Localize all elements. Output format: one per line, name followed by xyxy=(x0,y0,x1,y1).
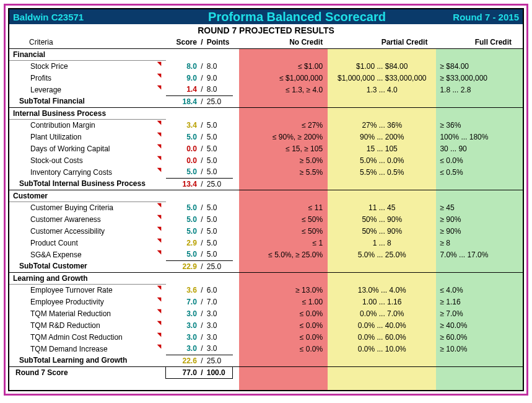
section-learning: Learning and Growth xyxy=(9,272,523,284)
row-leverage: Leverage 1.4 / 8.0 ≤ 1.3, ≥ 4.0 1.3 ... … xyxy=(9,84,523,95)
row-stockout: Stock-out Costs 0.0 / 5.0 ≥ 5.0% 5.0% ..… xyxy=(9,154,523,166)
subtitle: ROUND 7 PROJECTED RESULTS xyxy=(9,24,523,37)
full-credit-value: ≥ $84.00 xyxy=(436,60,523,72)
row-awareness: Customer Awareness 5.0 / 5.0 ≤ 50% 50% .… xyxy=(9,213,523,225)
header-full-credit: Full Credit xyxy=(436,37,523,48)
header-partial-credit: Partial Credit xyxy=(328,37,436,48)
row-plant-utilization: Plant Utilization 5.0 / 5.0 ≤ 90%, ≥ 200… xyxy=(9,131,523,143)
section-ibp: Internal Business Process xyxy=(9,107,523,119)
score-value: 8.0 xyxy=(166,60,198,72)
company-name: Baldwin C23571 xyxy=(13,12,168,22)
subtotal-ibp: SubTotal Internal Business Process 13.4 … xyxy=(9,178,523,190)
subtotal-customer: SubTotal Customer 22.9 / 25.0 xyxy=(9,260,523,272)
grand-total-row: Round 7 Score 77.0 / 100.0 xyxy=(9,366,523,378)
points-value: 8.0 xyxy=(206,60,233,72)
row-stock-price: Stock Price 8.0 / 8.0 ≤ $1.00 $1.00 ... … xyxy=(9,60,523,72)
row-tqm-admin: TQM Admin Cost Reduction 3.0 / 3.0 ≤ 0.0… xyxy=(9,331,523,343)
partial-credit-value: $1.00 ... $84.00 xyxy=(328,60,436,72)
grand-total-points: 100.0 xyxy=(206,366,233,378)
header-score: Score xyxy=(166,37,198,48)
bottom-spacer xyxy=(9,378,523,390)
row-sga: SG&A Expense 5.0 / 5.0 ≤ 5.0%, ≥ 25.0% 5… xyxy=(9,249,523,260)
round-label: Round 7 - 2015 xyxy=(426,12,519,22)
section-financial: Financial xyxy=(9,48,523,60)
scorecard-panel: Baldwin C23571 Proforma Balanced Scoreca… xyxy=(8,8,524,391)
row-productivity: Employee Productivity 7.0 / 7.0 ≤ 1.00 1… xyxy=(9,296,523,308)
subtotal-financial: SubTotal Financial 18.4 / 25.0 xyxy=(9,95,523,107)
column-header-row: Criteria Score / Points No Credit Partia… xyxy=(9,37,523,48)
row-tqm-rd: TQM R&D Reduction 3.0 / 3.0 ≤ 0.0% 0.0% … xyxy=(9,319,523,331)
section-customer: Customer xyxy=(9,190,523,202)
subtotal-learning: SubTotal Learning and Growth 22.6 / 25.0 xyxy=(9,355,523,366)
no-credit-value: ≤ $1.00 xyxy=(239,60,328,72)
criteria-label: Stock Price xyxy=(9,60,166,72)
row-tqm-demand: TQM Demand Increase 3.0 / 3.0 ≤ 0.0% 0.0… xyxy=(9,343,523,355)
row-working-capital: Days of Working Capital 0.0 / 5.0 ≤ 15, … xyxy=(9,143,523,154)
section-title: Financial xyxy=(9,48,166,60)
row-contribution-margin: Contribution Margin 3.4 / 5.0 ≤ 27% 27% … xyxy=(9,119,523,131)
grand-total-score: 77.0 xyxy=(166,366,198,378)
report-title: Proforma Balanced Scorecard xyxy=(168,10,426,24)
header-points: Points xyxy=(206,37,233,48)
header-criteria: Criteria xyxy=(9,37,166,48)
scorecard-table: Criteria Score / Points No Credit Partia… xyxy=(9,37,523,390)
row-inventory: Inventory Carrying Costs 5.0 / 5.0 ≥ 5.5… xyxy=(9,166,523,178)
row-product-count: Product Count 2.9 / 5.0 ≤ 1 1 ... 8 ≥ 8 xyxy=(9,237,523,249)
grand-total-label: Round 7 Score xyxy=(9,366,166,378)
row-buying-criteria: Customer Buying Criteria 5.0 / 5.0 ≤ 11 … xyxy=(9,202,523,213)
outer-frame: Baldwin C23571 Proforma Balanced Scoreca… xyxy=(4,4,528,396)
header-no-credit: No Credit xyxy=(239,37,328,48)
row-accessibility: Customer Accessibility 5.0 / 5.0 ≤ 50% 5… xyxy=(9,225,523,237)
row-tqm-material: TQM Material Reduction 3.0 / 3.0 ≤ 0.0% … xyxy=(9,308,523,319)
row-profits: Profits 9.0 / 9.0 ≤ $1,000,000 $1,000,00… xyxy=(9,72,523,84)
row-turnover: Employee Turnover Rate 3.6 / 6.0 ≥ 13.0%… xyxy=(9,284,523,296)
header-slash: / xyxy=(198,37,206,48)
header-bar: Baldwin C23571 Proforma Balanced Scoreca… xyxy=(9,9,523,24)
